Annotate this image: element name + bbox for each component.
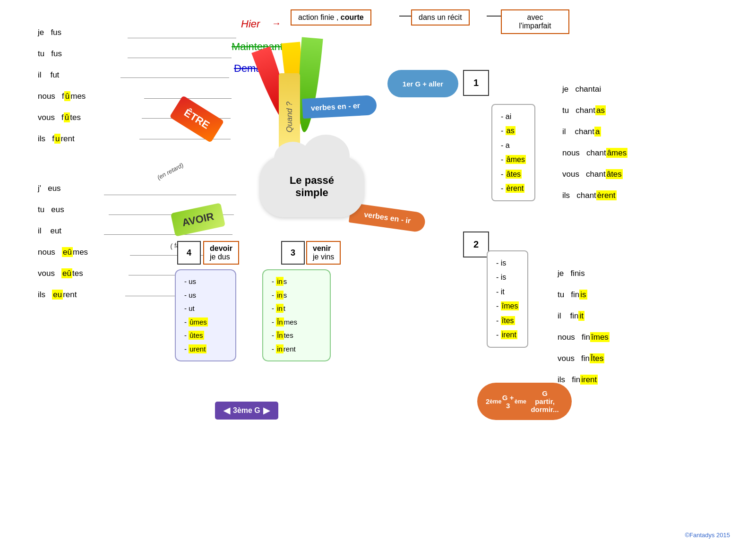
cube-2: 2 [463, 232, 489, 257]
etre-ils: ils furent [38, 135, 86, 143]
ir-endings-scroll: - is - is - it - îmes - îtes - irent [487, 250, 528, 348]
troisieme-g-label: 3ème G [233, 406, 260, 415]
conj-line-je [128, 38, 236, 38]
venir-box: venir je vins [306, 241, 341, 265]
troisieme-g-box: ◀ 3ème G ▶ [215, 402, 278, 420]
us-ut: - ut [184, 302, 227, 316]
ir-ribbon: verbes en - ir [349, 203, 426, 233]
avoir-ils: ils eurent [38, 291, 88, 299]
dans-box: dans un récit [411, 9, 470, 26]
cube-4: 4 [177, 241, 201, 265]
avoir-ribbon: AVOIR [171, 203, 225, 236]
avoir-tu: tu eus [38, 206, 88, 214]
right-arrow-icon: ▶ [263, 405, 270, 416]
avec-box: avecl'imparfait [501, 9, 569, 34]
venir-example: je vins [313, 253, 334, 261]
ins-ins2: - ins [272, 289, 321, 302]
finir-nous: nous finîmes [558, 333, 610, 341]
conj-line-ils [139, 139, 231, 139]
avoir-line-il [104, 234, 232, 235]
ins-inmes: - Înmes [272, 316, 321, 329]
avoir-vous: vous eûtes [38, 269, 88, 277]
avoir-conj-section: j' eus tu eus il eut nous eûmes vous eût… [38, 184, 88, 312]
ins-int: - int [272, 302, 321, 316]
ir-is2: - is [496, 270, 519, 284]
hier-label: Hier [241, 18, 260, 30]
er-ames: - âmes [501, 153, 526, 167]
ins-intes: - Întes [272, 329, 321, 343]
us-us2: - us [184, 289, 227, 302]
premier-g-bubble: 1er G + aller [387, 70, 458, 97]
etre-nous: nous fûmes [38, 92, 86, 100]
etre-il: il fut [38, 71, 86, 79]
ir-is1: - is [496, 256, 519, 270]
ir-it: - it [496, 285, 519, 299]
ir-ites: - îtes [496, 314, 519, 328]
cube-3: 3 [281, 241, 305, 265]
er-erent: - èrent [501, 181, 526, 196]
ins-endings-scroll: - ins - ins - int - Înmes - Întes - inre… [262, 269, 331, 361]
etre-ribbon: ÊTRE [169, 95, 224, 143]
avoir-nous: nous eûmes [38, 248, 88, 256]
ir-irent: - irent [496, 328, 519, 342]
finir-tu: tu finis [558, 291, 610, 299]
finir-conj-section: je finis tu finis il finit nous finîmes … [558, 269, 610, 397]
etre-je: je fus [38, 28, 86, 36]
conj-line-tu [128, 58, 232, 58]
line-dans-avec [487, 16, 501, 17]
avoir-il: il eut [38, 227, 88, 235]
er-ai: - ai [501, 110, 526, 124]
etre-tu: tu fus [38, 50, 86, 58]
venir-label: venir [313, 244, 331, 252]
us-utes: - ûtes [184, 329, 227, 343]
er-endings-scroll: - ai - as - a - âmes - âtes - èrent [491, 104, 535, 201]
left-arrow-icon: ◀ [223, 405, 230, 416]
center-cloud: Le passésimple [260, 156, 364, 217]
ir-imes: - îmes [496, 299, 519, 313]
er-ates: - âtes [501, 167, 526, 181]
etre-conj-section: je fus tu fus il fut nous fûmes vous fût… [38, 28, 86, 156]
action-box: action finie , courte [291, 9, 371, 26]
chanter-je: je chantai [562, 85, 627, 93]
devoir-label: devoir [210, 244, 232, 252]
er-ribbon: verbes en - er [302, 95, 377, 119]
chanter-nous: nous chantâmes [562, 149, 627, 157]
ins-inrent: - inrent [272, 343, 321, 356]
us-umes: - ûmes [184, 316, 227, 329]
us-urent: - urent [184, 343, 227, 356]
conj-line-il [120, 77, 229, 78]
chanter-ils: ils chantèrent [562, 191, 627, 199]
finir-ils: ils finirent [558, 376, 610, 384]
hier-arrow: → [272, 18, 281, 29]
avoir-line-j [104, 195, 236, 195]
chanter-vous: vous chantâtes [562, 170, 627, 178]
chanter-tu: tu chantas [562, 106, 627, 114]
deuxieme-g-bubble: 2ème G + 3ème Gpartir, dormir... [477, 383, 572, 420]
cube-1: 1 [463, 70, 489, 96]
avoir-j: j' eus [38, 184, 88, 192]
copyright: ©Fantadys 2015 [685, 532, 730, 539]
courte-text: courte [341, 13, 364, 21]
etre-vous: vous fûtes [38, 113, 86, 121]
en-retard-text: (en retard) [156, 162, 185, 181]
line-action-dans [399, 16, 411, 17]
chanter-il: il chanta [562, 128, 627, 136]
er-as: - as [501, 124, 526, 138]
quand-text: Quand ? [285, 102, 294, 132]
devoir-example: je dus [210, 253, 230, 261]
er-a: - a [501, 138, 526, 153]
us-endings-scroll: - us - us - ut - ûmes - ûtes - urent [175, 269, 236, 361]
cloud-text: Le passésimple [290, 174, 334, 199]
finir-il: il finit [558, 312, 610, 320]
chanter-conj-section: je chantai tu chantas il chanta nous cha… [562, 85, 627, 213]
ins-ins1: - ins [272, 275, 321, 289]
finir-vous: vous finÎtes [558, 354, 610, 362]
us-us1: - us [184, 275, 227, 289]
finir-je: je finis [558, 269, 610, 277]
devoir-box: devoir je dus [203, 241, 239, 265]
